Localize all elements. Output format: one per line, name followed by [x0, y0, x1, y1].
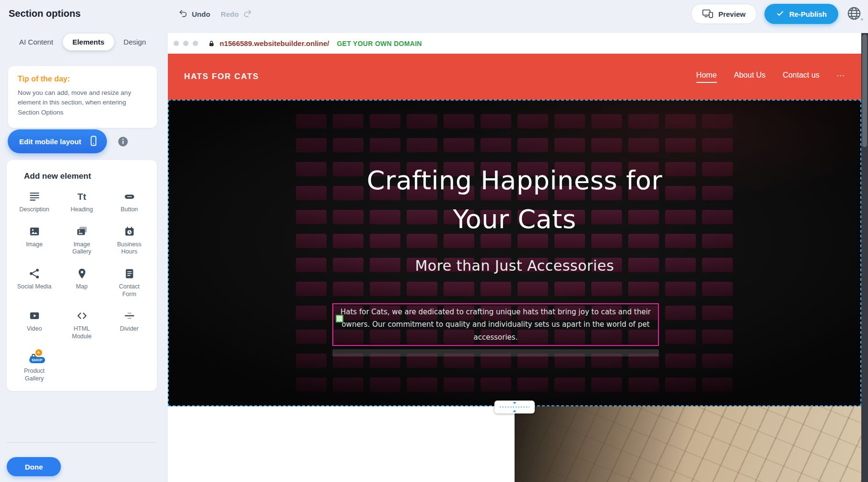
- hero-tile: [702, 378, 733, 392]
- tab-ai-content[interactable]: AI Content: [10, 34, 63, 50]
- check-icon: [776, 9, 785, 19]
- hero-tile: [591, 378, 622, 392]
- hero-tile: [554, 138, 585, 152]
- nav-more-menu[interactable]: ...: [837, 69, 845, 84]
- section-resize-handle[interactable]: [494, 401, 535, 413]
- preview-scrollbar[interactable]: [861, 33, 868, 482]
- hero-tile: [481, 138, 511, 152]
- nav-home[interactable]: Home: [696, 71, 717, 83]
- next-section[interactable]: [168, 406, 861, 482]
- hero-tile: [407, 138, 437, 152]
- hero-tile: [407, 378, 437, 392]
- element-grid: Description Tt Heading Button Ima: [11, 183, 153, 387]
- product-gallery-shop-badge: SHOP: [29, 357, 45, 363]
- hero-heading-line2: Your Cats: [168, 200, 861, 239]
- topbar: Section options Undo Redo Preview: [0, 0, 868, 28]
- done-button[interactable]: Done: [7, 457, 61, 476]
- element-description[interactable]: Description: [11, 183, 58, 218]
- element-image-gallery[interactable]: Image Gallery: [58, 218, 106, 260]
- lock-icon: [208, 40, 215, 47]
- html-module-icon: [75, 310, 89, 322]
- element-map[interactable]: Map: [58, 260, 106, 302]
- republish-label: Re-Publish: [789, 10, 827, 18]
- redo-icon: [243, 9, 252, 20]
- hero-tile: [628, 114, 659, 128]
- hero-tile: [702, 282, 733, 296]
- element-html-module[interactable]: HTML Module: [58, 302, 106, 344]
- undo-button[interactable]: Undo: [178, 9, 210, 20]
- hero-tile: [444, 378, 474, 392]
- preview-button[interactable]: Preview: [691, 4, 757, 24]
- nav-about-us[interactable]: About Us: [734, 71, 766, 83]
- redo-button[interactable]: Redo: [221, 9, 252, 20]
- hero-tile: [370, 378, 400, 392]
- element-heading[interactable]: Tt Heading: [58, 183, 106, 218]
- hero-tile: [444, 282, 474, 296]
- element-business-hours[interactable]: Business Hours: [106, 218, 153, 260]
- window-controls: [174, 41, 198, 46]
- hero-tile: [296, 378, 327, 392]
- hero-tile: [554, 282, 585, 296]
- hero-tile: [407, 282, 437, 296]
- hero-tile: [628, 378, 659, 392]
- hero-tile: [296, 282, 327, 296]
- nav-contact-us[interactable]: Contact us: [783, 71, 819, 83]
- image-gallery-icon: [75, 225, 89, 238]
- browser-preview: n1566589.websitebuilder.online/ GET YOUR…: [168, 33, 861, 482]
- hero-tile: [296, 138, 327, 152]
- button-icon: [123, 190, 136, 203]
- description-icon: [28, 190, 41, 203]
- element-video[interactable]: Video: [11, 302, 58, 344]
- page-title: Section options: [9, 8, 81, 19]
- tip-body: Now you can add, move and resize any ele…: [18, 88, 147, 117]
- hero-paragraph-text: Hats for Cats, we are dedicated to craft…: [340, 306, 651, 344]
- element-image[interactable]: Image: [11, 218, 58, 260]
- hero-section[interactable]: Crafting Happiness for Your Cats More th…: [168, 100, 861, 406]
- republish-button[interactable]: Re-Publish: [764, 4, 838, 24]
- hero-tile: [517, 138, 548, 152]
- phone-icon: [88, 135, 99, 148]
- pavement-photo: [515, 406, 861, 482]
- sidebar-tabs: AI Content Elements Design: [10, 34, 155, 50]
- hero-tile: [702, 114, 733, 128]
- element-drag-handle[interactable]: [336, 315, 343, 322]
- element-contact-form[interactable]: Contact Form: [106, 260, 153, 302]
- hero-tile: [370, 282, 400, 296]
- site-logo[interactable]: HATS FOR CATS: [184, 72, 259, 81]
- tab-elements[interactable]: Elements: [63, 34, 114, 50]
- app: Section options Undo Redo Preview: [0, 0, 868, 482]
- hero-tile: [333, 282, 364, 296]
- tab-design[interactable]: Design: [114, 34, 156, 50]
- site-url: n1566589.websitebuilder.online/: [220, 39, 329, 47]
- element-social-media[interactable]: Social Media: [11, 260, 58, 302]
- hero-tile: [591, 138, 622, 152]
- site-canvas: HATS FOR CATS Home About Us Contact us .…: [168, 54, 861, 482]
- element-product-gallery[interactable]: + SHOP Product Gallery: [11, 344, 58, 387]
- window-dot: [183, 41, 188, 46]
- image-icon: [28, 225, 41, 238]
- hero-subheading[interactable]: More than Just Accessories: [168, 257, 861, 274]
- undo-icon: [178, 9, 188, 20]
- hero-tile: [702, 138, 733, 152]
- edit-mobile-layout-button[interactable]: Edit mobile layout: [8, 129, 107, 153]
- element-button[interactable]: Button: [106, 183, 153, 218]
- hero-heading[interactable]: Crafting Happiness for Your Cats: [168, 161, 861, 239]
- history-controls: Undo Redo: [178, 0, 252, 28]
- hero-tile: [481, 114, 511, 128]
- hero-tile: [370, 138, 400, 152]
- get-domain-link[interactable]: GET YOUR OWN DOMAIN: [337, 40, 422, 47]
- hero-tile: [554, 378, 585, 392]
- language-globe-button[interactable]: [846, 5, 863, 23]
- element-divider[interactable]: Divider: [106, 302, 153, 344]
- info-icon[interactable]: [117, 136, 129, 147]
- hero-paragraph-selected[interactable]: Hats for Cats, we are dedicated to craft…: [332, 303, 659, 346]
- hero-tile: [628, 282, 659, 296]
- hero-tile: [370, 114, 400, 128]
- scrollbar-thumb[interactable]: [862, 34, 867, 147]
- map-pin-icon: [75, 267, 89, 280]
- hero-tile: [591, 282, 622, 296]
- business-hours-icon: [123, 225, 136, 238]
- hero-tile: [296, 354, 327, 368]
- hero-tile: [407, 114, 437, 128]
- hero-tile: [444, 114, 474, 128]
